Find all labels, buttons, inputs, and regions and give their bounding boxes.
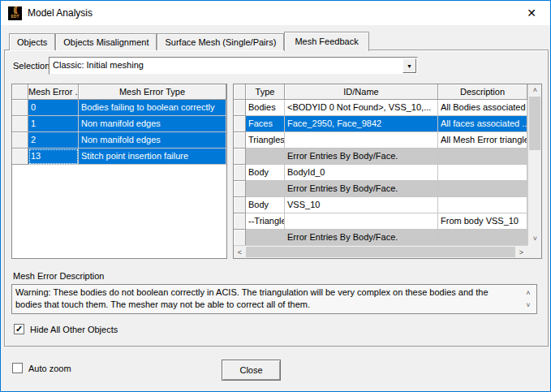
chevron-down-icon: ▼	[407, 63, 412, 69]
cell-description[interactable]	[438, 149, 527, 165]
cell-mesh-error-number[interactable]: 0	[28, 100, 79, 116]
cell-mesh-error-type[interactable]: Non manifold edges	[79, 132, 226, 149]
mesh-error-rows: 0 Bodies failing to boolean correctly 1 …	[12, 100, 226, 165]
combobox-dropdown-button[interactable]: ▼	[402, 58, 416, 73]
cell-type[interactable]	[246, 149, 285, 165]
entity-row[interactable]: Body VSS_10	[234, 197, 527, 213]
checkbox-box[interactable]: ✓	[14, 324, 24, 334]
checkbox-box[interactable]	[12, 363, 23, 373]
row-header-cell[interactable]	[12, 116, 28, 132]
row-header-cell[interactable]	[234, 197, 246, 213]
cell-description[interactable]	[438, 230, 527, 245]
cell-mesh-error-number[interactable]: 2	[28, 132, 79, 149]
row-header-cell[interactable]	[234, 181, 246, 197]
column-header-type[interactable]: Type	[246, 84, 285, 100]
cell-type[interactable]: Triangles	[246, 132, 285, 149]
cell-id-name[interactable]: Error Entries By Body/Face.	[285, 149, 438, 165]
row-header-cell[interactable]	[234, 165, 246, 181]
horizontal-scroll-thumb[interactable]	[246, 247, 515, 257]
hide-all-other-objects-checkbox[interactable]: ✓ Hide All Other Objects	[14, 324, 118, 334]
entity-row[interactable]: --Triangles From body VSS_10	[234, 213, 527, 230]
entity-row[interactable]: Error Entries By Body/Face.	[234, 230, 527, 245]
tab[interactable]: Objects Misalignment	[55, 33, 157, 50]
cell-description[interactable]: All faces associated ..	[438, 116, 527, 132]
entity-row[interactable]: Faces Face_2950, Face_9842 All faces ass…	[234, 116, 527, 132]
scroll-down-icon[interactable]: ˅	[522, 299, 535, 311]
row-header-cell[interactable]	[234, 230, 246, 245]
cell-type[interactable]	[246, 230, 285, 245]
cell-mesh-error-number[interactable]: 13	[28, 149, 79, 165]
column-header-mesh-error-type[interactable]: Mesh Error Type	[79, 84, 226, 100]
entity-row[interactable]: Bodies <BODYID 0 Not Found>, VSS_10,... …	[234, 100, 527, 116]
cell-description[interactable]: From body VSS_10	[438, 213, 527, 230]
tab[interactable]: Mesh Feedback	[284, 32, 368, 51]
row-header-cell[interactable]	[12, 132, 28, 149]
mesh-error-row[interactable]: 2 Non manifold edges	[12, 132, 226, 149]
row-header-cell[interactable]	[234, 100, 246, 116]
cell-type[interactable]: Bodies	[246, 100, 285, 116]
cell-mesh-error-type[interactable]: Bodies failing to boolean correctly	[79, 100, 226, 116]
cell-description[interactable]: All Mesh Error triangle.	[438, 132, 527, 149]
cell-mesh-error-type[interactable]: Stitch point insertion failure	[79, 149, 226, 165]
cell-id-name[interactable]: Error Entries By Body/Face.	[285, 230, 438, 245]
entity-row[interactable]: Error Entries By Body/Face.	[234, 149, 527, 165]
scroll-up-icon[interactable]: ˄	[522, 287, 535, 299]
vertical-scroll-thumb[interactable]	[529, 97, 540, 150]
mesh-error-row[interactable]: 0 Bodies failing to boolean correctly	[12, 100, 226, 116]
auto-zoom-checkbox[interactable]: Auto zoom	[12, 363, 71, 373]
scroll-right-icon[interactable]: ˃	[515, 246, 527, 259]
cell-description[interactable]	[438, 165, 527, 181]
tab[interactable]: Surface Mesh (Single/Pairs)	[157, 33, 284, 50]
column-header-mesh-error[interactable]: Mesh Error ...	[28, 84, 79, 100]
entity-row[interactable]: Triangles All Mesh Error triangle.	[234, 132, 527, 149]
cell-description[interactable]	[438, 181, 527, 197]
row-header-cell[interactable]	[12, 149, 28, 165]
cell-mesh-error-number[interactable]: 1	[28, 116, 79, 132]
mesh-error-description-text: Warning: These bodies do not boolean cor…	[15, 287, 489, 309]
tab[interactable]: Objects	[9, 33, 55, 50]
row-header-cell[interactable]	[234, 213, 246, 230]
entity-row[interactable]: Error Entries By Body/Face.	[234, 181, 527, 197]
row-header-cell[interactable]	[12, 100, 28, 116]
horizontal-scrollbar[interactable]: ˂ ˃	[234, 245, 527, 258]
cell-id-name[interactable]: Face_2950, Face_9842	[285, 116, 438, 132]
close-button[interactable]: Close	[222, 360, 281, 381]
app-icon: (( EDT	[8, 6, 22, 20]
cell-type[interactable]	[246, 181, 285, 197]
cell-id-name[interactable]: VSS_10	[285, 197, 438, 213]
cell-type[interactable]: Body	[246, 165, 285, 181]
cell-mesh-error-type[interactable]: Non manifold edges	[79, 116, 226, 132]
title-bar: (( EDT Model Analysis ✕	[1, 1, 550, 25]
mesh-error-grid-header: Mesh Error ... Mesh Error Type	[12, 84, 226, 100]
scroll-left-icon[interactable]: ˂	[234, 246, 246, 259]
mesh-error-row[interactable]: 1 Non manifold edges	[12, 116, 226, 132]
app-icon-text: EDT	[11, 14, 19, 19]
auto-zoom-label: Auto zoom	[28, 364, 71, 373]
cell-id-name[interactable]: Error Entries By Body/Face.	[285, 181, 438, 197]
column-header-description[interactable]: Description	[438, 84, 527, 100]
row-header-cell[interactable]	[234, 116, 246, 132]
cell-description[interactable]: All Bodies associated	[438, 100, 527, 116]
scroll-up-icon[interactable]: ˄	[528, 84, 542, 97]
cell-id-name[interactable]: <BODYID 0 Not Found>, VSS_10,...	[285, 100, 438, 116]
cell-id-name[interactable]	[285, 213, 438, 230]
vertical-scrollbar[interactable]: ˄ ˅	[527, 84, 541, 245]
cell-type[interactable]: Body	[246, 197, 285, 213]
cell-id-name[interactable]: BodyId_0	[285, 165, 438, 181]
entity-grid-body: Type ID/Name Description Bodies <BODYID …	[234, 84, 527, 245]
hide-all-other-objects-label: Hide All Other Objects	[30, 325, 118, 334]
column-header-id-name[interactable]: ID/Name	[285, 84, 438, 100]
scroll-down-icon[interactable]: ˅	[528, 233, 542, 245]
mesh-error-row[interactable]: 13 Stitch point insertion failure	[12, 149, 226, 165]
row-header-cell[interactable]	[234, 132, 246, 149]
mesh-error-description-box: Warning: These bodies do not boolean cor…	[11, 284, 537, 314]
description-scrollbar[interactable]: ˄ ˅	[522, 286, 535, 312]
row-header-cell[interactable]	[234, 149, 246, 165]
entity-row[interactable]: Body BodyId_0	[234, 165, 527, 181]
window-close-button[interactable]: ✕	[513, 1, 550, 25]
cell-description[interactable]	[438, 197, 527, 213]
cell-type[interactable]: Faces	[246, 116, 285, 132]
cell-id-name[interactable]	[285, 132, 438, 149]
cell-type[interactable]: --Triangles	[246, 213, 285, 230]
selection-combobox[interactable]: Classic: Initial meshing ▼	[49, 57, 418, 75]
